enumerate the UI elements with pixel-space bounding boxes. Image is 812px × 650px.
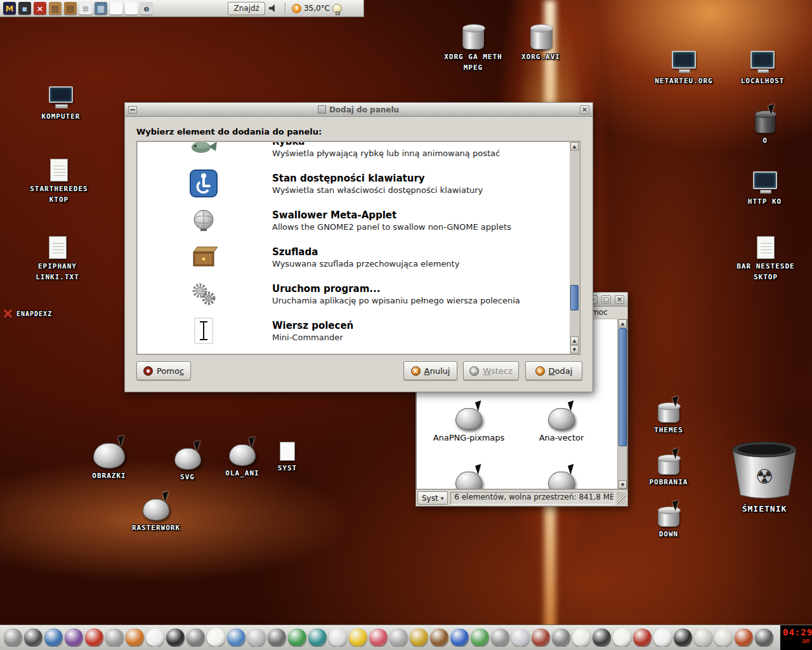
desktop-icon-bar-desktop[interactable]: BAR NESTESDE SKTOP: [724, 236, 807, 282]
taskbar-launcher-icon[interactable]: [613, 628, 631, 647]
blank-file-icon[interactable]: [110, 2, 122, 15]
desktop-icon-rasterwork[interactable]: RASTERWORK: [118, 499, 194, 534]
scroll-down-icon[interactable]: [570, 345, 579, 354]
taskbar-launcher-icon[interactable]: [735, 628, 753, 647]
folder-ana-vector[interactable]: Ana-vector: [517, 408, 606, 442]
scrollbar-thumb[interactable]: [619, 328, 627, 446]
desktop-icon-enapdexz[interactable]: ENAPDEXZ: [3, 308, 79, 319]
taskbar-launcher-icon[interactable]: [593, 628, 611, 647]
taskbar-launcher-icon[interactable]: [755, 628, 773, 647]
desktop-icon-themes[interactable]: THEMES: [639, 404, 698, 436]
taskbar-launcher-icon[interactable]: [227, 628, 246, 647]
screen-icon[interactable]: ▪: [18, 2, 31, 15]
taskbar-launcher-icon[interactable]: [694, 628, 712, 647]
list-item-rybka[interactable]: Rybka Wyświetla pływającą rybkę lub inną…: [138, 142, 570, 165]
desktop[interactable]: M▪×▤▤≡▦e Znajdź 35,0°C KOMPUTER STARTHER…: [0, 0, 812, 650]
taskbar-launcher-icon[interactable]: [65, 628, 83, 647]
desktop-icon-svg[interactable]: SVG: [164, 448, 211, 483]
taskbar-launcher-icon[interactable]: [308, 628, 327, 647]
taskbar-launcher-icon[interactable]: [24, 628, 43, 647]
desktop-icon-localhost[interactable]: LOCALHOST: [731, 51, 794, 87]
window-menu-icon[interactable]: [128, 106, 137, 114]
maximize-icon[interactable]: [601, 295, 611, 304]
folder-item[interactable]: [424, 472, 513, 489]
dialog-titlebar[interactable]: Dodaj do panelu: [125, 103, 593, 117]
taskbar-launcher-icon[interactable]: [349, 628, 367, 647]
taskbar-launcher-icon[interactable]: [552, 628, 570, 647]
scrollbar-thumb[interactable]: [570, 285, 579, 310]
taskbar-launcher-icon[interactable]: [572, 628, 591, 647]
epiphany-e-icon[interactable]: e: [140, 2, 153, 15]
find-button[interactable]: Znajdź: [228, 2, 265, 15]
taskbar-launcher-icon[interactable]: [410, 628, 428, 647]
taskbar-launcher-icon[interactable]: [126, 628, 144, 647]
taskbar-launcher-icon[interactable]: [207, 628, 225, 647]
desktop-icon-netarteu-org[interactable]: NETARTEU.ORG: [652, 51, 716, 87]
desktop-icon-http-ko[interactable]: HTTP KO: [735, 171, 795, 208]
desktop-icon-xorg-mpeg[interactable]: XORG GA METH MPEG: [435, 25, 511, 73]
desktop-icon-smietnik-trash[interactable]: ☢ ŚMIETNIK: [722, 439, 807, 515]
taskbar-launcher-icon[interactable]: [653, 628, 672, 647]
list-item-swallower[interactable]: Swallower Meta-Applet Allows the GNOME2 …: [138, 202, 570, 239]
file-manager-scrollbar[interactable]: [617, 319, 627, 489]
desktop-icon-xorg-avi[interactable]: XORG.AVI: [508, 25, 574, 63]
close-red-icon[interactable]: ×: [34, 2, 46, 15]
taskbar-launcher-icon[interactable]: [471, 628, 489, 647]
taskbar-launcher-icon[interactable]: [633, 628, 652, 647]
list-item-szuflada[interactable]: Szuflada Wysuwana szuflada przechowująca…: [138, 239, 570, 275]
list-item-run-program[interactable]: Uruchom program... Uruchamia aplikację p…: [138, 275, 570, 312]
view-filter-dropdown[interactable]: Syst: [417, 491, 448, 505]
striped-file-icon[interactable]: ≡: [79, 2, 92, 15]
back-button[interactable]: Wstecz: [463, 361, 519, 380]
desktop-icon-syst[interactable]: SYST: [265, 442, 310, 474]
panel-clock[interactable]: 04:29 am: [780, 625, 812, 650]
scroll-down-icon[interactable]: [619, 481, 627, 489]
help-button[interactable]: Pomoc: [136, 361, 191, 380]
taskbar-launcher-icon[interactable]: [44, 628, 63, 647]
lightbulb-icon[interactable]: [332, 4, 342, 13]
close-icon[interactable]: [580, 105, 589, 114]
desktop-icon-o[interactable]: O: [741, 112, 789, 147]
taskbar-launcher-icon[interactable]: [532, 628, 550, 647]
close-icon[interactable]: [615, 295, 624, 304]
list-item-keyboard-accessibility[interactable]: Stan dostępności klawiatury Wyświetla st…: [138, 165, 570, 202]
taskbar-launcher-icon[interactable]: [166, 628, 185, 647]
desktop-icon-pobrania[interactable]: POBRANIA: [639, 456, 698, 488]
taskbar-launcher-icon[interactable]: [187, 628, 205, 647]
taskbar-launcher-icon[interactable]: [390, 628, 408, 647]
desktop-icon-ola-ani[interactable]: OLA_ANI: [214, 444, 270, 479]
app-menu-m-icon[interactable]: M: [3, 2, 16, 15]
dialog-scrollbar[interactable]: [570, 142, 579, 354]
taskbar-launcher-icon[interactable]: [329, 628, 347, 647]
desktop-icon-down[interactable]: DOWN: [639, 508, 698, 540]
taskbar-launcher-icon[interactable]: [85, 628, 103, 647]
volume-icon[interactable]: [268, 3, 279, 13]
taskbar-launcher-icon[interactable]: [491, 628, 509, 647]
desktop-icon-komputer[interactable]: KOMPUTER: [30, 86, 91, 123]
taskbar-launcher-icon[interactable]: [4, 628, 22, 647]
taskbar-launcher-icon[interactable]: [674, 628, 692, 647]
slate-window-icon[interactable]: ▦: [95, 2, 107, 15]
taskbar-launcher-icon[interactable]: [450, 628, 469, 647]
temperature-applet[interactable]: 35,0°C: [292, 4, 330, 13]
taskbar-launcher-icon[interactable]: [146, 628, 164, 647]
scroll-up-icon[interactable]: [570, 142, 579, 150]
desktop-icon-startheredesktop[interactable]: STARTHEREDES KTOP: [24, 159, 94, 205]
scroll-up-icon[interactable]: [619, 319, 627, 328]
taskbar-launcher-icon[interactable]: [430, 628, 449, 647]
crate-icon[interactable]: ▤: [49, 2, 62, 15]
desktop-icon-obrazki[interactable]: OBRAZKI: [77, 443, 141, 482]
resize-grip-icon[interactable]: [617, 492, 626, 505]
blank-file-icon-2[interactable]: [125, 2, 138, 15]
taskbar-launcher-icon[interactable]: [247, 628, 266, 647]
add-button[interactable]: Dodaj: [525, 361, 582, 380]
crate-icon-2[interactable]: ▤: [64, 2, 77, 15]
taskbar-launcher-icon[interactable]: [369, 628, 388, 647]
taskbar-launcher-icon[interactable]: [511, 628, 530, 647]
taskbar-launcher-icon[interactable]: [714, 628, 733, 647]
folder-anapng-pixmaps[interactable]: AnaPNG-pixmaps: [424, 408, 513, 442]
cancel-button[interactable]: Anuluj: [403, 361, 457, 380]
taskbar-launcher-icon[interactable]: [268, 628, 286, 647]
desktop-icon-epiphany-linki[interactable]: EPIPHANY LINKI.TXT: [24, 236, 91, 282]
scroll-up-icon-bottom[interactable]: [570, 336, 579, 345]
